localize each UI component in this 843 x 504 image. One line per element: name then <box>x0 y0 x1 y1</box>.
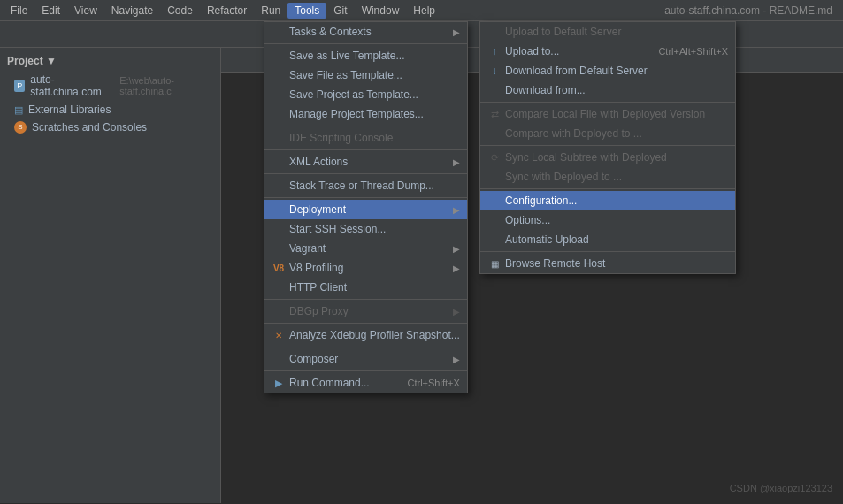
dbgp-label: DBGp Proxy <box>289 305 453 317</box>
xml-actions-label: XML Actions <box>289 156 453 168</box>
upload-to-label: Upload to... <box>505 45 640 57</box>
sidebar-item-scratches[interactable]: S Scratches and Consoles <box>0 118 220 136</box>
deployment-submenu: Upload to Default Server ↑ Upload to... … <box>479 21 736 274</box>
v8-label: V8 Profiling <box>289 262 453 274</box>
menu-edit[interactable]: Edit <box>34 3 67 19</box>
save-live-label: Save as Live Template... <box>289 50 460 62</box>
tasks-arrow: ▶ <box>453 27 460 37</box>
menu-item-manage-templates[interactable]: Manage Project Templates... <box>264 104 467 124</box>
deploy-sep3 <box>480 188 735 189</box>
menu-run[interactable]: Run <box>254 3 287 19</box>
deploy-options[interactable]: Options... <box>480 210 735 230</box>
deploy-sync-with: Sync with Deployed to ... <box>480 167 735 187</box>
upload-default-label: Upload to Default Server <box>505 26 728 38</box>
tasks-label: Tasks & Contexts <box>289 26 453 38</box>
sidebar-project-detail: E:\web\auto-staff.china.c <box>119 75 213 96</box>
ext-lib-icon: ▤ <box>14 104 23 116</box>
menu-item-save-file[interactable]: Save File as Template... <box>264 65 467 85</box>
save-project-label: Save Project as Template... <box>289 88 460 101</box>
upload-to-icon: ↑ <box>487 45 502 57</box>
menu-item-v8[interactable]: V8 V8 Profiling ▶ <box>264 258 467 278</box>
sync-local-icon: ⟳ <box>487 152 502 164</box>
sidebar-item-ext-lib[interactable]: ▤ External Libraries <box>0 101 220 118</box>
compare-with-label: Compare with Deployed to ... <box>505 127 728 140</box>
sep6 <box>264 299 467 300</box>
tools-menu: Tasks & Contexts ▶ Save as Live Template… <box>264 21 468 393</box>
compare-local-icon: ⇄ <box>487 109 502 120</box>
menu-item-ssh[interactable]: Start SSH Session... <box>264 219 467 239</box>
download-default-icon: ↓ <box>487 65 502 77</box>
vagrant-label: Vagrant <box>289 242 453 255</box>
sidebar-project-label: auto-staff.china.com <box>30 73 114 98</box>
menu-item-save-live[interactable]: Save as Live Template... <box>264 46 467 65</box>
deploy-upload-to[interactable]: ↑ Upload to... Ctrl+Alt+Shift+X <box>480 42 735 61</box>
menu-git[interactable]: Git <box>326 3 354 19</box>
xml-arrow: ▶ <box>453 157 460 167</box>
menubar: File Edit View Navigate Code Refactor Ru… <box>0 0 843 21</box>
sidebar-item-project[interactable]: P auto-staff.china.com E:\web\auto-staff… <box>0 71 220 101</box>
v8-arrow: ▶ <box>453 263 460 273</box>
scratch-icon: S <box>14 121 27 134</box>
browse-remote-label: Browse Remote Host <box>505 257 728 270</box>
menu-file[interactable]: File <box>4 3 34 19</box>
sep1 <box>264 43 467 44</box>
sep8 <box>264 347 467 347</box>
sep3 <box>264 149 467 150</box>
window-title: auto-staff.china.com - README.md <box>664 4 839 17</box>
run-command-shortcut: Ctrl+Shift+X <box>407 378 459 388</box>
deploy-sep4 <box>480 251 735 252</box>
menu-item-composer[interactable]: Composer ▶ <box>264 349 467 369</box>
vagrant-arrow: ▶ <box>453 244 460 254</box>
menu-item-stack-trace[interactable]: Stack Trace or Thread Dump... <box>264 176 467 195</box>
auto-upload-label: Automatic Upload <box>505 233 728 246</box>
composer-arrow: ▶ <box>453 355 460 364</box>
menu-tools[interactable]: Tools <box>287 3 326 19</box>
menu-item-run-command[interactable]: ▶ Run Command... Ctrl+Shift+X <box>264 373 467 393</box>
sidebar-scratches-label: Scratches and Consoles <box>32 121 147 134</box>
deploy-sep1 <box>480 102 735 103</box>
v8-icon: V8 <box>272 263 286 273</box>
sep9 <box>264 370 467 371</box>
menu-item-vagrant[interactable]: Vagrant ▶ <box>264 239 467 258</box>
dbgp-arrow: ▶ <box>453 307 460 317</box>
sidebar-header[interactable]: Project ▼ <box>0 51 220 71</box>
menu-item-deployment[interactable]: Deployment ▶ <box>264 200 467 219</box>
deploy-auto-upload[interactable]: Automatic Upload <box>480 230 735 249</box>
sync-local-label: Sync Local Subtree with Deployed <box>505 151 728 164</box>
sep4 <box>264 173 467 174</box>
menu-help[interactable]: Help <box>406 3 442 19</box>
menu-item-tasks[interactable]: Tasks & Contexts ▶ <box>264 22 467 42</box>
ssh-label: Start SSH Session... <box>289 223 460 235</box>
menu-item-xml-actions[interactable]: XML Actions ▶ <box>264 152 467 172</box>
deploy-browse-remote[interactable]: ▦ Browse Remote Host <box>480 254 735 273</box>
menu-item-dbgp: DBGp Proxy ▶ <box>264 302 467 321</box>
menu-refactor[interactable]: Refactor <box>200 3 254 19</box>
menu-window[interactable]: Window <box>355 3 407 19</box>
browse-remote-icon: ▦ <box>487 259 502 269</box>
deploy-configuration[interactable]: Configuration... <box>480 191 735 210</box>
http-label: HTTP Client <box>289 281 460 294</box>
sidebar: Project ▼ P auto-staff.china.com E:\web\… <box>0 48 221 503</box>
run-command-icon: ▶ <box>272 378 286 389</box>
deployment-arrow: ▶ <box>453 205 460 215</box>
manage-templates-label: Manage Project Templates... <box>289 108 460 120</box>
ide-scripting-label: IDE Scripting Console <box>289 132 460 144</box>
stack-trace-label: Stack Trace or Thread Dump... <box>289 179 460 192</box>
configuration-label: Configuration... <box>505 195 728 207</box>
deploy-download-default[interactable]: ↓ Download from Default Server <box>480 61 735 80</box>
menu-item-xdebug[interactable]: ✕ Analyze Xdebug Profiler Snapshot... <box>264 325 467 345</box>
deploy-compare-with: Compare with Deployed to ... <box>480 124 735 143</box>
compare-local-label: Compare Local File with Deployed Version <box>505 108 728 120</box>
watermark: CSDN @xiaopzi123123 <box>730 483 832 493</box>
save-file-label: Save File as Template... <box>289 69 460 81</box>
menu-item-http[interactable]: HTTP Client <box>264 278 467 297</box>
menu-view[interactable]: View <box>67 3 104 19</box>
menu-item-ide-scripting: IDE Scripting Console <box>264 128 467 148</box>
deploy-download-from[interactable]: Download from... <box>480 80 735 100</box>
menu-item-save-project[interactable]: Save Project as Template... <box>264 85 467 104</box>
sep7 <box>264 323 467 324</box>
options-label: Options... <box>505 214 728 226</box>
sep2 <box>264 126 467 126</box>
menu-code[interactable]: Code <box>160 3 200 19</box>
menu-navigate[interactable]: Navigate <box>104 3 160 19</box>
